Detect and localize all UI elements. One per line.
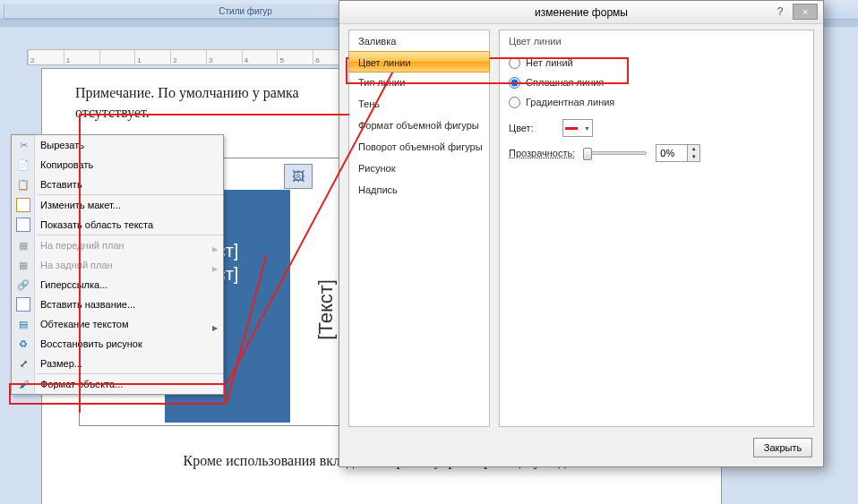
spinner-arrows[interactable]: ▲ ▼ — [688, 144, 700, 162]
ctx-format-object[interactable]: 🖌Формат объекта... — [12, 374, 223, 394]
ctx-change-layout[interactable]: Изменить макет... — [12, 195, 223, 215]
chevron-down-icon: ▼ — [584, 125, 590, 132]
size-icon: ⤢ — [16, 356, 30, 371]
transparency-input[interactable] — [656, 144, 688, 162]
ctx-size[interactable]: ⤢Размер... — [12, 354, 223, 373]
color-row: Цвет: ▼ — [509, 118, 804, 138]
cut-icon: ✂ — [16, 138, 30, 152]
sidebar-item-fill[interactable]: Заливка — [349, 30, 489, 52]
close-button[interactable]: × — [793, 4, 818, 20]
ctx-hyperlink[interactable]: 🔗Гиперссылка... — [12, 275, 223, 295]
dialog-main-panel: Цвет линии Нет линий Сплошная линия Град… — [499, 30, 814, 427]
format-icon: 🖌 — [16, 377, 30, 391]
sidebar-item-3d-format[interactable]: Формат объемной фигуры — [349, 115, 489, 136]
slider-thumb[interactable] — [583, 148, 592, 160]
textarea-icon — [16, 218, 30, 232]
picture-placeholder-icon[interactable]: 🖼 — [284, 164, 313, 189]
help-button[interactable]: ? — [771, 4, 789, 20]
dialog-body: Заливка Цвет линии Тип линии Тень Формат… — [348, 30, 814, 427]
paste-icon: 📋 — [16, 177, 30, 192]
hyperlink-icon: 🔗 — [16, 278, 30, 292]
ctx-cut[interactable]: ✂Вырезать — [12, 135, 223, 155]
ctx-send-back: ▦На задний план▶ — [12, 255, 223, 275]
radio-label: Нет линий — [526, 54, 573, 72]
sidebar-item-picture[interactable]: Рисунок — [349, 158, 489, 179]
ctx-copy[interactable]: 📄Копировать — [12, 155, 223, 175]
format-shape-dialog: изменение формы ? × Заливка Цвет линии Т… — [339, 0, 824, 467]
spinner-down-icon[interactable]: ▼ — [688, 153, 699, 161]
ctx-reset-picture[interactable]: ♻Восстановить рисунок — [12, 334, 223, 354]
option-no-line[interactable]: Нет линий — [509, 54, 804, 72]
option-gradient-line[interactable]: Градиентная линия — [509, 93, 804, 111]
layout-icon — [16, 198, 30, 212]
ctx-text-wrap[interactable]: ▤Обтекание текстом▶ — [12, 314, 223, 334]
sidebar-item-textbox[interactable]: Надпись — [349, 179, 489, 201]
sidebar-item-shadow[interactable]: Тень — [349, 93, 489, 115]
transparency-label: Прозрачность: — [509, 148, 575, 158]
radio-solid-line[interactable] — [509, 77, 520, 89]
transparency-spinner[interactable]: ▲ ▼ — [656, 144, 700, 162]
note-paragraph: Примечание. По умолчанию у рамка отсутст… — [75, 83, 353, 122]
ctx-show-text-area[interactable]: Показать область текста — [12, 215, 223, 235]
horizontal-ruler: 2 1 1 2 3 4 5 6 — [27, 49, 349, 65]
vertical-text: [Текст] — [314, 279, 338, 340]
ctx-paste[interactable]: 📋Вставить — [12, 175, 223, 194]
radio-no-line[interactable] — [509, 57, 520, 69]
panel-heading: Цвет линии — [509, 36, 804, 48]
send-back-icon: ▦ — [16, 258, 30, 272]
dialog-close-button[interactable]: Закрыть — [753, 438, 812, 457]
bring-front-icon: ▦ — [16, 238, 30, 252]
radio-gradient-line[interactable] — [509, 97, 520, 108]
ctx-insert-caption[interactable]: Вставить название... — [12, 295, 223, 314]
context-menu: ✂Вырезать 📄Копировать 📋Вставить Изменить… — [11, 134, 224, 395]
copy-icon: 📄 — [16, 158, 30, 172]
spinner-up-icon[interactable]: ▲ — [688, 145, 699, 153]
option-solid-line[interactable]: Сплошная линия — [509, 73, 804, 91]
caption-icon — [16, 297, 30, 312]
sidebar-item-3d-rotation[interactable]: Поворот объемной фигуры — [349, 136, 489, 158]
color-preview-icon — [565, 127, 578, 130]
radio-label: Градиентная линия — [526, 93, 614, 111]
dialog-sidebar: Заливка Цвет линии Тип линии Тень Формат… — [348, 30, 490, 427]
color-picker[interactable]: ▼ — [562, 119, 593, 137]
dialog-footer: Закрыть — [753, 438, 812, 457]
text-wrap-icon: ▤ — [16, 317, 30, 331]
radio-label: Сплошная линия — [526, 73, 604, 91]
transparency-slider[interactable] — [584, 151, 647, 155]
dialog-title: изменение формы — [535, 6, 628, 19]
restore-icon: ♻ — [16, 337, 30, 351]
sidebar-item-line-color[interactable]: Цвет линии — [348, 51, 490, 73]
transparency-row: Прозрачность: ▲ ▼ — [509, 143, 804, 163]
dialog-titlebar: изменение формы ? × — [339, 1, 823, 24]
ribbon-group-label: Стили фигур — [219, 6, 272, 16]
sidebar-item-line-type[interactable]: Тип линии — [349, 72, 489, 93]
ctx-bring-front: ▦На передний план▶ — [12, 235, 223, 255]
color-label: Цвет: — [509, 123, 562, 133]
